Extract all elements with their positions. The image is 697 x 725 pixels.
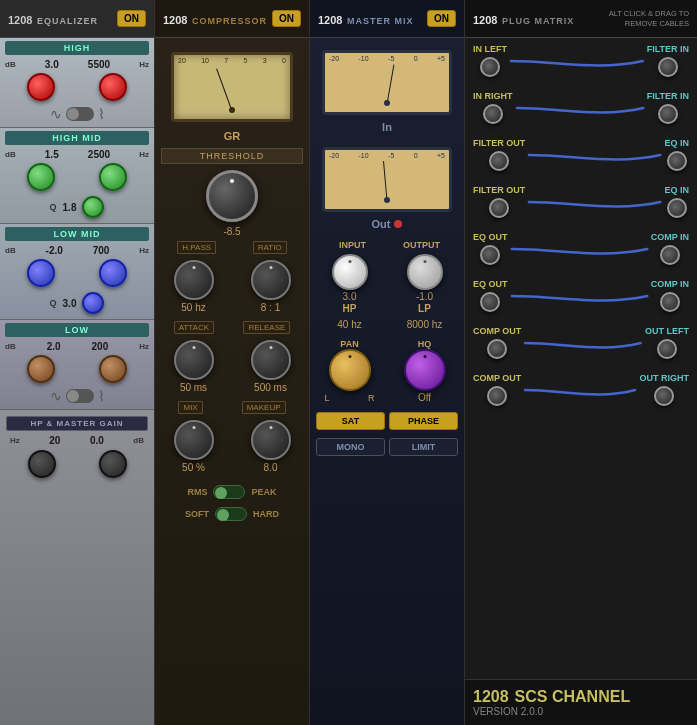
- matrix-right-7: OUT RIGHT: [640, 373, 690, 406]
- mix-in-label: In: [316, 121, 458, 137]
- eq-high-hz: 5500: [88, 59, 110, 70]
- eq-hp-db: 0.0: [90, 435, 104, 446]
- matrix-label-right-7: OUT RIGHT: [640, 373, 690, 383]
- eq-lm-hz-knob[interactable]: [99, 259, 127, 287]
- mix-hq-knob[interactable]: [404, 349, 446, 391]
- matrix-jack-left-6[interactable]: [487, 339, 507, 359]
- matrix-jack-right-7[interactable]: [654, 386, 674, 406]
- mix-sat-phase-row: SAT PHASE: [310, 408, 464, 434]
- matrix-label-right-1: FILTER IN: [647, 91, 689, 101]
- matrix-cable-1: [517, 93, 643, 123]
- matrix-jack-left-1[interactable]: [483, 104, 503, 124]
- comp-release-knob[interactable]: [251, 340, 291, 380]
- eq-low-shelf-icon: ⌇: [98, 388, 105, 404]
- comp-mix-knob[interactable]: [174, 420, 214, 460]
- comp-vu-needle: [216, 69, 232, 112]
- comp-panel-header: 1208 COMPRESSOR ON: [155, 0, 309, 38]
- comp-release-label: RELEASE: [243, 321, 290, 334]
- matrix-jack-right-3[interactable]: [667, 198, 687, 218]
- matrix-cable-4: [512, 234, 647, 264]
- comp-ratio-knob[interactable]: [251, 260, 291, 300]
- matrix-left-6: COMP OUT: [473, 326, 521, 359]
- matrix-alt-text: ALT CLICK & DRAG TO REMOVE CABLES: [609, 9, 689, 29]
- matrix-jack-right-5[interactable]: [660, 292, 680, 312]
- eq-low-toggle[interactable]: [66, 389, 94, 403]
- comp-makeup-knob[interactable]: [251, 420, 291, 460]
- eq-lm-q-knob[interactable]: [82, 292, 104, 314]
- mix-input-label: INPUT: [339, 240, 366, 250]
- matrix-jack-right-4[interactable]: [660, 245, 680, 265]
- mix-title-group: 1208 MASTER MIX: [318, 10, 413, 28]
- matrix-pairs-wrapper: IN LEFT FILTER IN IN RIGHT: [465, 38, 697, 679]
- comp-attack-val: 50 ms: [180, 382, 207, 393]
- mix-output-knob[interactable]: [407, 254, 443, 290]
- eq-hp-knob[interactable]: [28, 450, 56, 478]
- eq-lm-db-knob[interactable]: [27, 259, 55, 287]
- matrix-jack-left-4[interactable]: [480, 245, 500, 265]
- mix-pan-knob[interactable]: [329, 349, 371, 391]
- comp-attack-knob[interactable]: [174, 340, 214, 380]
- matrix-jack-right-1[interactable]: [658, 104, 678, 124]
- comp-on-button[interactable]: ON: [272, 10, 301, 27]
- eq-low-hz-knob[interactable]: [99, 355, 127, 383]
- comp-threshold-label: THRESHOLD: [161, 148, 303, 164]
- mix-panel: 1208 MASTER MIX ON -20-10-50+5 In -20-1: [310, 0, 465, 725]
- comp-gr-label: GR: [163, 130, 301, 146]
- eq-hm-hz-knob[interactable]: [99, 163, 127, 191]
- matrix-jack-right-6[interactable]: [657, 339, 677, 359]
- comp-soft-hard-toggle[interactable]: [215, 507, 247, 521]
- matrix-row-2: FILTER OUT EQ IN: [473, 138, 689, 171]
- mix-mono-button[interactable]: MONO: [316, 438, 385, 456]
- matrix-label-left-1: IN RIGHT: [473, 91, 513, 101]
- mix-hq-val: Off: [418, 392, 431, 403]
- mix-vu-out-needle: [383, 161, 387, 201]
- mix-limit-button[interactable]: LIMIT: [389, 438, 458, 456]
- matrix-row-5: EQ OUT COMP IN: [473, 279, 689, 312]
- mix-mono-limit-row: MONO LIMIT: [310, 434, 464, 460]
- eq-high-mid-label: HIGH MID: [5, 131, 149, 145]
- eq-lm-db: -2.0: [46, 245, 63, 256]
- matrix-right-5: COMP IN: [651, 279, 689, 312]
- mix-vu-out: -20-10-50+5: [322, 147, 452, 212]
- comp-hpass-knob[interactable]: [174, 260, 214, 300]
- comp-rms-peak-toggle[interactable]: [213, 485, 245, 499]
- matrix-right-1: FILTER IN: [647, 91, 689, 124]
- eq-master-gain-knob[interactable]: [99, 450, 127, 478]
- mix-input-knob[interactable]: [332, 254, 368, 290]
- matrix-label-left-6: COMP OUT: [473, 326, 521, 336]
- mix-vu-in-dot: [384, 100, 390, 106]
- mix-sat-button[interactable]: SAT: [316, 412, 385, 430]
- eq-low-db-knob[interactable]: [27, 355, 55, 383]
- matrix-label-left-7: COMP OUT: [473, 373, 521, 383]
- mix-lp-label: LP: [418, 303, 431, 314]
- eq-on-button[interactable]: ON: [117, 10, 146, 27]
- matrix-left-7: COMP OUT: [473, 373, 521, 406]
- matrix-jack-right-2[interactable]: [667, 151, 687, 171]
- mix-phase-button[interactable]: PHASE: [389, 412, 458, 430]
- matrix-left-1: IN RIGHT: [473, 91, 513, 124]
- eq-hm-q-knob[interactable]: [82, 196, 104, 218]
- eq-lm-hz: 700: [93, 245, 110, 256]
- matrix-cable-2: [529, 140, 660, 170]
- matrix-jack-left-5[interactable]: [480, 292, 500, 312]
- matrix-label-right-3: EQ IN: [664, 185, 689, 195]
- matrix-brand-number: 1208: [473, 688, 509, 706]
- eq-high-toggle[interactable]: [66, 107, 94, 121]
- eq-high-hz-knob[interactable]: [99, 73, 127, 101]
- matrix-jack-left-0[interactable]: [480, 57, 500, 77]
- matrix-jack-left-3[interactable]: [489, 198, 509, 218]
- mix-pan-header: PAN: [340, 339, 358, 349]
- mix-pan-l: L: [325, 393, 330, 403]
- eq-hm-q: 1.8: [63, 202, 77, 213]
- matrix-jack-left-7[interactable]: [487, 386, 507, 406]
- matrix-jack-left-2[interactable]: [489, 151, 509, 171]
- mix-on-button[interactable]: ON: [427, 10, 456, 27]
- matrix-jack-right-0[interactable]: [658, 57, 678, 77]
- eq-hm-db-knob[interactable]: [27, 163, 55, 191]
- mix-pan-lr: L R: [325, 393, 375, 403]
- eq-high-db-knob[interactable]: [27, 73, 55, 101]
- eq-lm-db-unit: dB: [5, 246, 16, 255]
- comp-threshold-knob[interactable]: [206, 170, 258, 222]
- matrix-left-4: EQ OUT: [473, 232, 508, 265]
- eq-high-db-val: dB: [5, 60, 16, 69]
